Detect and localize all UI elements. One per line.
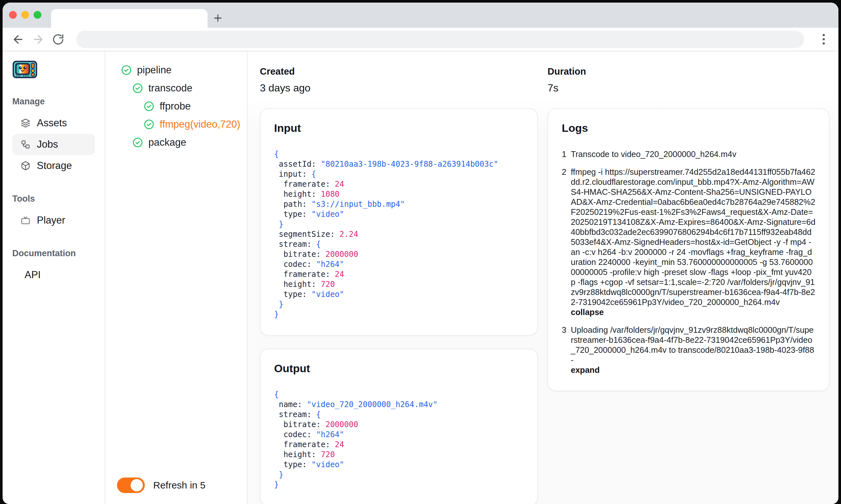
tree-item-transcode[interactable]: transcode: [105, 79, 247, 97]
app-root: Manage Assets Jobs: [3, 51, 838, 504]
app-logo[interactable]: [12, 60, 37, 79]
sidebar-item-label: Storage: [37, 160, 72, 172]
traffic-light-zoom[interactable]: [34, 11, 41, 19]
tree-item-label: package: [148, 137, 186, 148]
code-line: }: [274, 219, 524, 229]
code-line: {: [274, 149, 524, 159]
code-line: input: {: [274, 169, 524, 179]
sidebar-item-api[interactable]: API: [12, 264, 95, 286]
pipeline-tree: pipeline transcode ffprobe ffmpeg(video,…: [105, 51, 248, 504]
code-line: path: "s3://input_bbb.mp4": [274, 199, 524, 209]
check-circle-icon: [132, 137, 143, 148]
log-list: 1Transcode to video_720_2000000_h264.m4v…: [562, 149, 816, 375]
code-line: }: [274, 309, 524, 320]
refresh-control: Refresh in 5: [117, 478, 205, 493]
code-line: }: [274, 300, 524, 309]
log-number: 3: [562, 325, 571, 375]
code-line: stream: {: [274, 239, 524, 249]
job-detail-panel: Created 3 days ago Duration 7s Input { a…: [248, 51, 838, 504]
forward-arrow-icon: [32, 33, 44, 46]
code-line: framerate: 24: [274, 440, 524, 450]
code-line: segmentSize: 2.24: [274, 229, 524, 239]
code-line: codec: "h264": [274, 259, 524, 269]
log-text: Transcode to video_720_2000000_h264.m4v: [571, 149, 816, 159]
card-title: Input: [274, 122, 524, 134]
plus-icon: [212, 13, 223, 23]
nav-section-title-tools: Tools: [12, 194, 105, 204]
log-text: Uploading /var/folders/jr/gqvjnv_91zv9rz…: [571, 325, 816, 375]
sidebar-item-player[interactable]: Player: [12, 210, 95, 231]
job-meta: Created 3 days ago Duration 7s: [260, 66, 829, 94]
code-line: {: [274, 390, 524, 400]
tree-item-label: ffmpeg(video,720): [160, 119, 240, 130]
nav-section-title-documentation: Documentation: [12, 249, 105, 258]
layers-icon: [21, 118, 30, 128]
browser-tab[interactable]: [51, 9, 208, 28]
new-tab-button[interactable]: [210, 10, 226, 26]
log-entry: 2ffmpeg -i https://superstreamer.74d255d…: [562, 167, 816, 317]
sidebar-item-assets[interactable]: Assets: [12, 112, 95, 134]
created-value: 3 days ago: [260, 82, 538, 94]
refresh-toggle[interactable]: [117, 478, 145, 493]
nav-section-title-manage: Manage: [12, 96, 105, 107]
forward-button[interactable]: [31, 32, 45, 47]
tree-item-ffprobe[interactable]: ffprobe: [105, 97, 247, 115]
traffic-light-close[interactable]: [9, 11, 17, 19]
reload-button[interactable]: [51, 32, 65, 47]
sidebar-item-jobs[interactable]: Jobs: [12, 134, 95, 155]
refresh-label: Refresh in 5: [153, 480, 205, 491]
sidebar-item-label: Assets: [37, 117, 67, 129]
input-code-block: { assetId: "80210aa3-198b-4023-9f88-a263…: [274, 149, 524, 320]
tree-item-label: ffprobe: [160, 101, 191, 112]
nav-group-tools: Player: [12, 210, 95, 231]
code-line: }: [274, 480, 524, 490]
toggle-knob: [130, 479, 143, 491]
back-arrow-icon: [12, 33, 24, 46]
check-circle-icon: [143, 119, 155, 130]
tree-item-pipeline[interactable]: pipeline: [105, 61, 247, 79]
tree-item-label: transcode: [148, 83, 192, 94]
log-action-collapse[interactable]: collapse: [571, 307, 816, 317]
traffic-light-minimize[interactable]: [21, 11, 29, 19]
screenshot-backdrop: Manage Assets Jobs: [0, 0, 841, 504]
tree-item-package[interactable]: package: [105, 133, 247, 151]
sidebar-item-storage[interactable]: Storage: [12, 155, 95, 176]
created-block: Created 3 days ago: [260, 66, 538, 94]
log-entry: 3Uploading /var/folders/jr/gqvjnv_91zv9r…: [562, 325, 816, 375]
code-line: }: [274, 470, 524, 480]
code-line: bitrate: 2000000: [274, 249, 524, 259]
input-card: Input { assetId: "80210aa3-198b-4023-9f8…: [260, 108, 538, 336]
tv-icon: [21, 216, 30, 225]
code-line: name: "video_720_2000000_h264.m4v": [274, 400, 524, 410]
code-line: height: 720: [274, 280, 524, 289]
browser-toolbar: [3, 28, 838, 51]
check-circle-icon: [132, 83, 143, 94]
browser-window: Manage Assets Jobs: [3, 3, 838, 504]
code-line: framerate: 24: [274, 179, 524, 189]
log-text: ffmpeg -i https://superstreamer.74d255d2…: [571, 167, 816, 317]
reload-icon: [52, 33, 64, 46]
log-number: 1: [562, 149, 571, 159]
code-line: type: "video": [274, 289, 524, 300]
code-line: height: 1080: [274, 189, 524, 199]
log-action-expand[interactable]: expand: [571, 365, 816, 375]
output-card: Output { name: "video_720_2000000_h264.m…: [260, 348, 538, 504]
code-line: assetId: "80210aa3-198b-4023-9f88-a26391…: [274, 159, 524, 169]
duration-value: 7s: [548, 82, 829, 94]
tree-item-ffmpeg-video-720[interactable]: ffmpeg(video,720): [105, 115, 247, 133]
traffic-lights: [9, 11, 41, 19]
check-circle-icon: [121, 65, 132, 76]
check-circle-icon: [143, 101, 155, 112]
nav-group-manage: Assets Jobs Storage: [12, 112, 95, 176]
code-line: bitrate: 2000000: [274, 420, 524, 430]
url-bar[interactable]: [76, 31, 804, 48]
sidebar-item-label: API: [24, 269, 41, 281]
io-column: Input { assetId: "80210aa3-198b-4023-9f8…: [260, 108, 538, 504]
back-button[interactable]: [11, 32, 25, 47]
tree-item-label: pipeline: [137, 64, 172, 76]
duration-label: Duration: [548, 66, 829, 77]
sidebar-item-label: Jobs: [37, 139, 58, 150]
menu-button[interactable]: [817, 32, 830, 47]
code-line: type: "video": [274, 209, 524, 219]
box-icon: [21, 161, 30, 170]
